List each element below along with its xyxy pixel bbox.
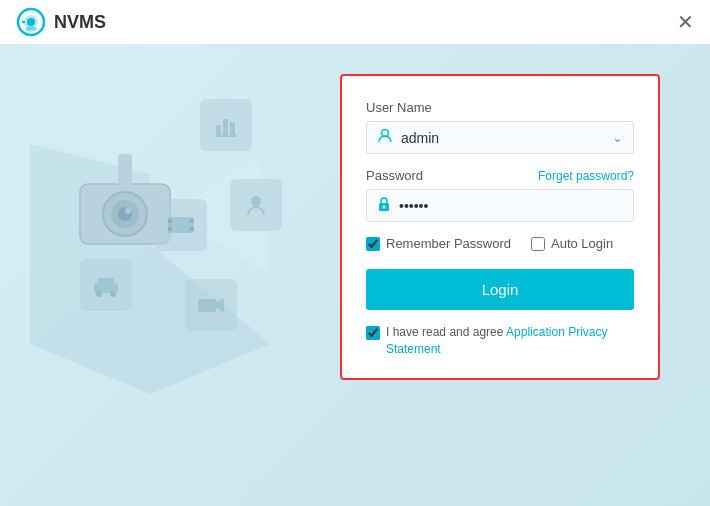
remember-password-checkbox[interactable] (366, 237, 380, 251)
auto-login-label: Auto Login (551, 236, 613, 251)
svg-rect-25 (168, 217, 194, 233)
agree-static-text: I have read and agree (386, 325, 506, 339)
svg-marker-24 (216, 298, 224, 312)
svg-point-22 (110, 291, 116, 297)
svg-rect-28 (190, 219, 194, 223)
lock-icon (377, 196, 391, 215)
agree-row: I have read and agree Application Privac… (366, 324, 634, 358)
username-input-wrapper[interactable]: ⌄ (366, 121, 634, 154)
svg-point-21 (96, 291, 102, 297)
svg-rect-27 (168, 227, 172, 231)
svg-point-32 (383, 206, 386, 209)
username-input[interactable] (401, 130, 612, 146)
agree-text: I have read and agree Application Privac… (386, 324, 634, 358)
auto-login-checkbox[interactable] (531, 237, 545, 251)
float-box-person (230, 179, 282, 231)
float-box-film (155, 199, 207, 251)
svg-rect-15 (223, 119, 228, 135)
login-panel: User Name ⌄ Password Forget password? (340, 74, 660, 380)
remember-password-label: Remember Password (386, 236, 511, 251)
password-input[interactable] (399, 198, 623, 214)
svg-rect-20 (98, 278, 114, 286)
float-box-car (80, 259, 132, 311)
float-box-chart (200, 99, 252, 151)
nvms-logo-icon (16, 7, 46, 37)
svg-rect-23 (198, 299, 216, 312)
svg-point-2 (27, 18, 35, 26)
svg-rect-16 (230, 122, 235, 135)
svg-rect-26 (168, 219, 172, 223)
background-area: User Name ⌄ Password Forget password? (0, 44, 710, 506)
password-label: Password (366, 168, 423, 183)
password-input-wrapper[interactable] (366, 189, 634, 222)
checkboxes-row: Remember Password Auto Login (366, 236, 634, 251)
username-dropdown-icon[interactable]: ⌄ (612, 130, 623, 145)
svg-point-3 (25, 27, 37, 32)
auto-login-item[interactable]: Auto Login (531, 236, 613, 251)
username-label: User Name (366, 100, 634, 115)
svg-rect-17 (215, 135, 237, 137)
svg-rect-14 (216, 125, 221, 135)
float-box-video (185, 279, 237, 331)
svg-rect-29 (190, 227, 194, 231)
close-button[interactable]: ✕ (677, 12, 694, 32)
svg-point-18 (251, 196, 261, 206)
login-button[interactable]: Login (366, 269, 634, 310)
svg-point-11 (125, 208, 131, 214)
svg-rect-12 (118, 154, 132, 186)
remember-password-item[interactable]: Remember Password (366, 236, 511, 251)
app-title: NVMS (54, 12, 106, 33)
title-bar-left: NVMS (16, 7, 106, 37)
password-label-row: Password Forget password? (366, 168, 634, 183)
title-bar: NVMS ✕ (0, 0, 710, 44)
forget-password-link[interactable]: Forget password? (538, 169, 634, 183)
user-icon (377, 128, 393, 147)
agree-checkbox[interactable] (366, 326, 380, 340)
